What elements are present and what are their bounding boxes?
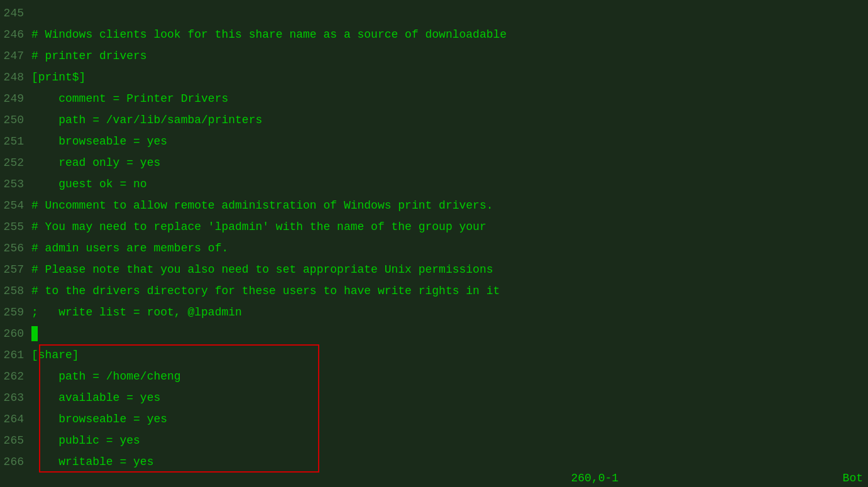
- line-number-260: 260: [0, 323, 31, 344]
- line-246: 246# Windows clients look for this share…: [0, 24, 868, 45]
- line-number-257: 257: [0, 259, 31, 280]
- line-264: 264 browseable = yes: [0, 408, 868, 430]
- line-content-266: writable = yes: [31, 451, 153, 473]
- line-number-251: 251: [0, 131, 31, 152]
- line-content-246: # Windows clients look for this share na…: [31, 24, 507, 45]
- line-260: 260: [0, 323, 868, 344]
- line-content-264: browseable = yes: [31, 408, 167, 430]
- line-content-248: [print$]: [31, 67, 85, 88]
- line-265: 265 public = yes: [0, 430, 868, 451]
- line-251: 251 browseable = yes: [0, 131, 868, 152]
- code-area: 245246# Windows clients look for this sh…: [0, 0, 868, 475]
- line-number-248: 248: [0, 67, 31, 88]
- line-255: 255# You may need to replace 'lpadmin' w…: [0, 216, 868, 238]
- line-number-259: 259: [0, 302, 31, 323]
- line-247: 247# printer drivers: [0, 45, 868, 67]
- line-249: 249 comment = Printer Drivers: [0, 88, 868, 109]
- line-number-266: 266: [0, 451, 31, 473]
- line-number-261: 261: [0, 344, 31, 366]
- editor: 245246# Windows clients look for this sh…: [0, 0, 868, 487]
- line-259: 259; write list = root, @lpadmin: [0, 302, 868, 323]
- line-257: 257# Please note that you also need to s…: [0, 259, 868, 280]
- line-256: 256# admin users are members of.: [0, 238, 868, 259]
- line-content-257: # Please note that you also need to set …: [31, 259, 493, 280]
- line-number-254: 254: [0, 195, 31, 216]
- cursor-position: 260,0-1: [571, 472, 619, 484]
- status-bar: 260,0-1 Bot: [566, 469, 869, 487]
- line-number-258: 258: [0, 280, 31, 302]
- line-number-265: 265: [0, 430, 31, 451]
- line-245: 245: [0, 3, 868, 24]
- line-252: 252 read only = yes: [0, 152, 868, 173]
- text-cursor: [31, 326, 38, 341]
- line-content-250: path = /var/lib/samba/printers: [31, 109, 262, 131]
- line-number-262: 262: [0, 366, 31, 387]
- line-content-261: [share]: [31, 344, 79, 366]
- line-number-249: 249: [0, 88, 31, 109]
- scroll-position: Bot: [843, 472, 863, 484]
- line-number-255: 255: [0, 216, 31, 238]
- line-number-253: 253: [0, 173, 31, 195]
- line-number-264: 264: [0, 408, 31, 430]
- line-253: 253 guest ok = no: [0, 173, 868, 195]
- line-number-256: 256: [0, 238, 31, 259]
- line-content-254: # Uncomment to allow remote administrati…: [31, 195, 493, 216]
- line-content-258: # to the drivers directory for these use…: [31, 280, 500, 302]
- line-content-252: read only = yes: [31, 152, 160, 173]
- line-content-259: ; write list = root, @lpadmin: [31, 302, 242, 323]
- line-258: 258# to the drivers directory for these …: [0, 280, 868, 302]
- line-number-252: 252: [0, 152, 31, 173]
- line-250: 250 path = /var/lib/samba/printers: [0, 109, 868, 131]
- line-content-265: public = yes: [31, 430, 140, 451]
- line-number-245: 245: [0, 3, 31, 24]
- line-number-247: 247: [0, 45, 31, 67]
- line-content-247: # printer drivers: [31, 45, 147, 67]
- line-content-255: # You may need to replace 'lpadmin' with…: [31, 216, 486, 238]
- line-number-263: 263: [0, 387, 31, 408]
- line-261: 261[share]: [0, 344, 868, 366]
- line-number-246: 246: [0, 24, 31, 45]
- line-content-260: [31, 323, 38, 344]
- line-number-250: 250: [0, 109, 31, 131]
- line-263: 263 available = yes: [0, 387, 868, 408]
- line-content-263: available = yes: [31, 387, 160, 408]
- line-content-251: browseable = yes: [31, 131, 167, 152]
- line-262: 262 path = /home/cheng: [0, 366, 868, 387]
- line-content-256: # admin users are members of.: [31, 238, 228, 259]
- line-248: 248[print$]: [0, 67, 868, 88]
- line-content-253: guest ok = no: [31, 173, 147, 195]
- line-254: 254# Uncomment to allow remote administr…: [0, 195, 868, 216]
- line-content-249: comment = Printer Drivers: [31, 88, 228, 109]
- line-content-262: path = /home/cheng: [31, 366, 181, 387]
